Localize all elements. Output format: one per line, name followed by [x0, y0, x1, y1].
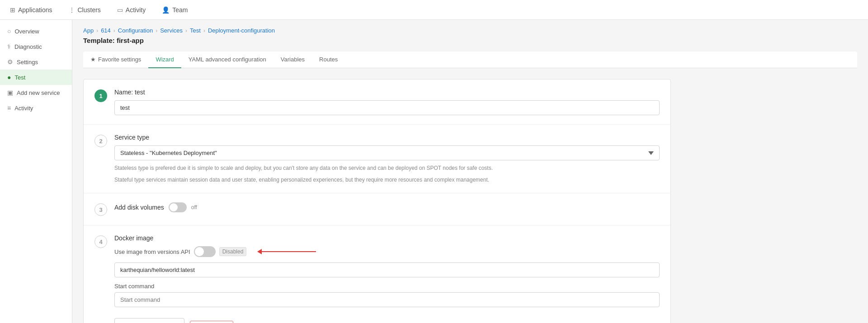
section-number-4: 4: [94, 235, 107, 248]
breadcrumb-test[interactable]: Test: [190, 27, 201, 34]
docker-image-input[interactable]: [114, 262, 660, 277]
manage-resources-row: ✏ Manage resources Not configured: [114, 318, 660, 323]
section-service-type-body: Service type Stateless - "Kubernetes Dep…: [114, 134, 660, 184]
section-docker-image: 4 Docker image Use image from versions A…: [84, 225, 670, 323]
section-name: 1 Name: test: [84, 80, 670, 125]
section-name-body: Name: test: [114, 89, 660, 115]
breadcrumb-configuration[interactable]: Configuration: [118, 27, 153, 34]
diagnostic-icon: ⚕: [7, 43, 11, 50]
tab-yaml[interactable]: YAML advanced configuration: [181, 51, 274, 68]
tab-routes[interactable]: Routes: [312, 51, 345, 68]
section-service-type: 2 Service type Stateless - "Kubernetes D…: [84, 125, 670, 193]
nav-activity[interactable]: ▭ Activity: [114, 5, 148, 15]
team-icon: 👤: [162, 6, 170, 14]
manage-resources-button[interactable]: ✏ Manage resources: [114, 318, 184, 323]
tab-favorite-settings[interactable]: ★ Favorite settings: [83, 51, 148, 68]
nav-clusters[interactable]: ⋮ Clusters: [66, 5, 104, 15]
section-number-1: 1: [94, 89, 107, 102]
top-nav: ⊞ Applications ⋮ Clusters ▭ Activity 👤 T…: [0, 0, 868, 20]
activity-icon: ▭: [117, 6, 123, 14]
breadcrumb: App › 614 › Configuration › Services › T…: [83, 27, 857, 34]
breadcrumb-app[interactable]: App: [83, 27, 94, 34]
docker-image-label: Docker image: [114, 234, 660, 242]
section-service-type-label: Service type: [114, 134, 660, 141]
breadcrumb-614[interactable]: 614: [101, 27, 111, 34]
section-disk-volumes-body: Add disk volumes off: [114, 202, 660, 212]
main-content: App › 614 › Configuration › Services › T…: [72, 20, 868, 323]
sidebar-item-add-new-service[interactable]: ▣ Add new service: [0, 85, 72, 100]
test-icon: ●: [7, 74, 11, 81]
service-type-hint1: Stateless type is prefered due it is sim…: [114, 164, 660, 172]
grid-icon: ⊞: [10, 6, 15, 14]
sidebar-item-diagnostic[interactable]: ⚕ Diagnostic: [0, 39, 72, 54]
arrow-indicator: [257, 249, 316, 254]
tab-variables[interactable]: Variables: [274, 51, 312, 68]
nav-applications[interactable]: ⊞ Applications: [7, 5, 55, 15]
sidebar-item-activity[interactable]: ≡ Activity: [0, 100, 72, 116]
disk-volumes-label: Add disk volumes: [114, 204, 164, 211]
disabled-badge: Disabled: [219, 247, 247, 256]
star-icon: ★: [90, 56, 96, 63]
disk-volumes-toggle-row: Add disk volumes off: [114, 202, 660, 212]
arrow-line: [262, 251, 316, 252]
nav-team[interactable]: 👤 Team: [159, 5, 190, 15]
start-command-input[interactable]: [114, 292, 660, 307]
add-service-icon: ▣: [7, 89, 13, 96]
service-type-hint2: Stateful type services maintain session …: [114, 176, 660, 184]
breadcrumb-deployment-config[interactable]: Deployment-configuration: [208, 27, 275, 34]
main-layout: ○ Overview ⚕ Diagnostic ⚙ Settings ● Tes…: [0, 20, 868, 323]
sidebar: ○ Overview ⚕ Diagnostic ⚙ Settings ● Tes…: [0, 20, 72, 323]
section-name-label: Name: test: [114, 89, 660, 96]
service-type-select[interactable]: Stateless - "Kubernetes Deployment": [114, 145, 660, 160]
overview-icon: ○: [7, 28, 11, 35]
sidebar-item-overview[interactable]: ○ Overview: [0, 23, 72, 39]
settings-icon: ⚙: [7, 58, 13, 66]
tab-wizard[interactable]: Wizard: [148, 51, 181, 68]
arrow-head-icon: [257, 249, 262, 254]
clusters-icon: ⋮: [69, 6, 75, 14]
activity-sidebar-icon: ≡: [7, 104, 11, 112]
tabs-bar: ★ Favorite settings Wizard YAML advanced…: [83, 51, 857, 68]
manage-resources-badge: Not configured: [190, 321, 233, 323]
section-number-3: 3: [94, 203, 107, 216]
versions-api-row: Use image from versions API Disabled: [114, 246, 660, 257]
sidebar-item-test[interactable]: ● Test: [0, 70, 72, 85]
name-input[interactable]: [114, 100, 660, 115]
disk-volumes-toggle[interactable]: [169, 202, 187, 212]
sidebar-item-settings[interactable]: ⚙ Settings: [0, 54, 72, 70]
versions-api-toggle[interactable]: [194, 246, 216, 257]
start-command-label: Start command: [114, 283, 660, 290]
section-number-2: 2: [94, 135, 107, 147]
versions-api-toggle-group: Disabled: [194, 246, 247, 257]
breadcrumb-services[interactable]: Services: [160, 27, 183, 34]
versions-api-label: Use image from versions API: [114, 248, 190, 255]
section-docker-image-body: Docker image Use image from versions API…: [114, 234, 660, 323]
content-card: 1 Name: test 2 Service type Stateless - …: [83, 79, 671, 323]
section-disk-volumes: 3 Add disk volumes off: [84, 193, 670, 225]
page-title: Template: first-app: [83, 37, 857, 44]
disk-volumes-toggle-label: off: [191, 204, 197, 211]
